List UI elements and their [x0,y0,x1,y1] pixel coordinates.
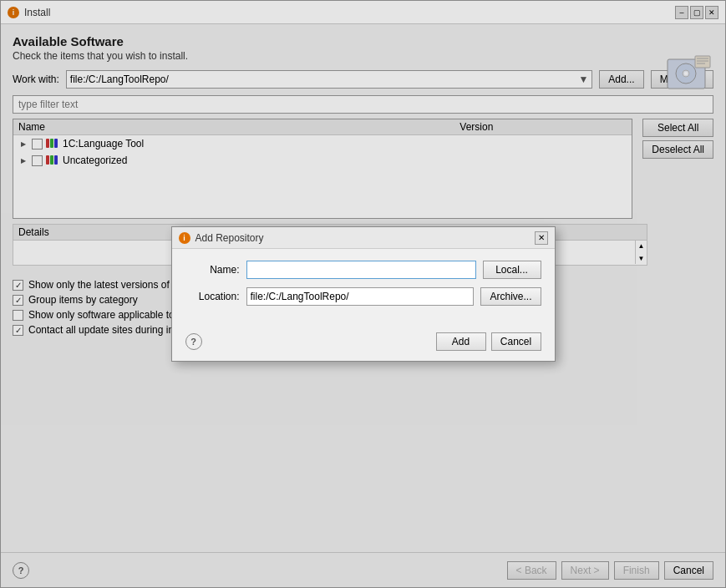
add-repository-dialog: i Add Repository ✕ Name: Local... Locati… [171,226,556,362]
archive-button[interactable]: Archive... [480,287,541,306]
modal-location-input[interactable] [246,287,475,306]
modal-title: Add Repository [195,232,264,244]
modal-body: Name: Local... Location: Archive... [172,249,555,326]
modal-cancel-button[interactable]: Cancel [491,332,541,351]
modal-name-label: Name: [185,264,240,276]
modal-help-button[interactable]: ? [185,333,202,350]
modal-location-row: Location: Archive... [185,287,541,306]
modal-add-button[interactable]: Add [436,332,486,351]
local-button[interactable]: Local... [483,261,541,279]
modal-overlay: i Add Repository ✕ Name: Local... Locati… [0,0,726,588]
modal-footer-buttons: Add Cancel [436,332,541,351]
modal-name-input[interactable] [246,261,476,279]
modal-footer: ? Add Cancel [172,326,555,361]
modal-location-label: Location: [185,291,240,302]
modal-name-row: Name: Local... [185,261,541,279]
modal-icon: i [179,232,190,244]
modal-close-button[interactable]: ✕ [535,231,548,245]
modal-title-bar: i Add Repository ✕ [172,227,555,249]
